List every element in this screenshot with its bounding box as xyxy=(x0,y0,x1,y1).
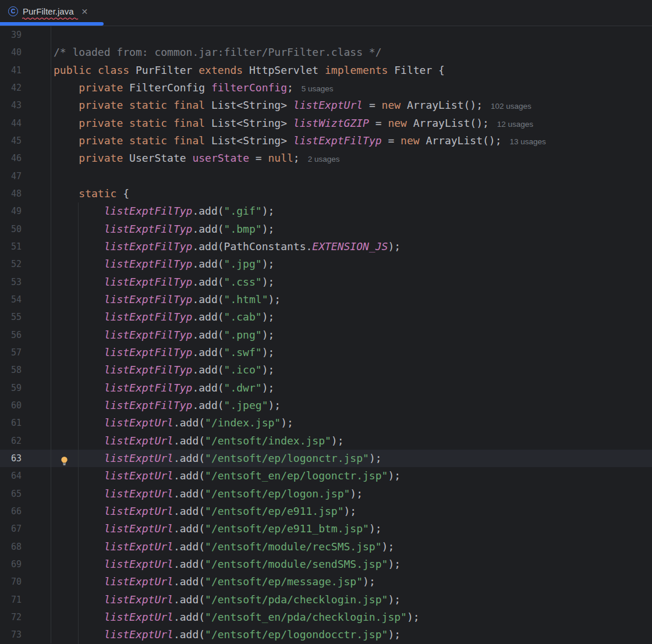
code-line[interactable]: 69 listExptUrl.add("/entsoft/module/send… xyxy=(0,556,652,573)
code-text[interactable]: private static final List<String> listEx… xyxy=(51,97,652,114)
code-text[interactable]: private FilterConfig filterConfig;5 usag… xyxy=(51,79,652,97)
line-number[interactable]: 57 xyxy=(0,344,51,361)
code-text[interactable]: listExptFilTyp.add(".dwr"); xyxy=(51,379,652,397)
line-number[interactable]: 67 xyxy=(0,520,51,538)
code-line[interactable]: 43 private static final List<String> lis… xyxy=(0,97,652,114)
code-text[interactable] xyxy=(51,168,652,185)
code-line[interactable]: 57 listExptFilTyp.add(".swf"); xyxy=(0,344,652,361)
code-line[interactable]: 49 listExptFilTyp.add(".gif"); xyxy=(0,202,652,220)
code-text[interactable]: private static final List<String> listEx… xyxy=(51,132,652,150)
code-text[interactable]: listExptFilTyp.add(".jpeg"); xyxy=(51,397,652,414)
line-number[interactable]: 58 xyxy=(0,361,51,379)
code-line[interactable]: 44 private static final List<String> lis… xyxy=(0,115,652,132)
code-line[interactable]: 51 listExptFilTyp.add(PathConstants.EXTE… xyxy=(0,238,652,255)
code-text[interactable]: listExptUrl.add("/index.jsp"); xyxy=(51,414,652,432)
line-number[interactable]: 45 xyxy=(0,132,51,150)
code-line[interactable]: 47 xyxy=(0,168,652,185)
line-number[interactable]: 63 xyxy=(0,450,51,467)
code-line[interactable]: 48 static { xyxy=(0,185,652,202)
code-line[interactable]: 42 private FilterConfig filterConfig;5 u… xyxy=(0,79,652,97)
code-line[interactable]: 56 listExptFilTyp.add(".png"); xyxy=(0,326,652,344)
line-number[interactable]: 68 xyxy=(0,538,51,556)
code-line[interactable]: 67 listExptUrl.add("/entsoft/ep/e911_btm… xyxy=(0,520,652,538)
usages-inlay-hint[interactable]: 13 usages xyxy=(509,137,545,146)
line-number[interactable]: 49 xyxy=(0,202,51,220)
line-number[interactable]: 70 xyxy=(0,573,51,590)
line-number[interactable]: 44 xyxy=(0,115,51,132)
line-number[interactable]: 53 xyxy=(0,273,51,291)
code-text[interactable]: listExptUrl.add("/entsoft/module/sendSMS… xyxy=(51,556,652,573)
usages-inlay-hint[interactable]: 5 usages xyxy=(302,84,334,93)
line-number[interactable]: 71 xyxy=(0,591,51,609)
line-number[interactable]: 54 xyxy=(0,291,51,308)
code-text[interactable]: listExptFilTyp.add(".html"); xyxy=(51,291,652,308)
line-number[interactable]: 66 xyxy=(0,503,51,520)
line-number[interactable]: 48 xyxy=(0,185,51,202)
line-number[interactable]: 52 xyxy=(0,255,51,273)
usages-inlay-hint[interactable]: 102 usages xyxy=(491,102,531,111)
code-line[interactable]: 46 private UserState userState = null;2 … xyxy=(0,150,652,167)
line-number[interactable]: 65 xyxy=(0,485,51,503)
usages-inlay-hint[interactable]: 12 usages xyxy=(497,120,533,129)
line-number[interactable]: 51 xyxy=(0,238,51,255)
code-text[interactable]: listExptFilTyp.add(".png"); xyxy=(51,326,652,344)
line-number[interactable]: 72 xyxy=(0,609,51,626)
code-line[interactable]: 71 listExptUrl.add("/entsoft/pda/checklo… xyxy=(0,591,652,609)
code-line[interactable]: 40/* loaded from: common.jar:filter/PurF… xyxy=(0,44,652,61)
line-number[interactable]: 47 xyxy=(0,168,51,185)
code-line[interactable]: 45 private static final List<String> lis… xyxy=(0,132,652,150)
code-line[interactable]: 66 listExptUrl.add("/entsoft/ep/e911.jsp… xyxy=(0,503,652,520)
code-line[interactable]: 68 listExptUrl.add("/entsoft/module/recS… xyxy=(0,538,652,556)
code-line[interactable]: 70 listExptUrl.add("/entsoft/ep/message.… xyxy=(0,573,652,590)
line-number[interactable]: 41 xyxy=(0,62,51,79)
tab-purfilter-java[interactable]: C PurFilter.java ✕ xyxy=(0,0,96,23)
code-editor[interactable]: 3940/* loaded from: common.jar:filter/Pu… xyxy=(0,26,652,644)
tab-close-icon[interactable]: ✕ xyxy=(82,8,88,16)
line-number[interactable]: 62 xyxy=(0,432,51,450)
code-text[interactable]: private UserState userState = null;2 usa… xyxy=(51,150,652,167)
line-number[interactable]: 39 xyxy=(0,26,51,44)
code-text[interactable]: listExptUrl.add("/entsoft/index.jsp"); xyxy=(51,432,652,450)
line-number[interactable]: 60 xyxy=(0,397,51,414)
code-text[interactable]: listExptUrl.add("/entsoft/ep/logonctr.js… xyxy=(51,450,652,467)
code-line[interactable]: 60 listExptFilTyp.add(".jpeg"); xyxy=(0,397,652,414)
code-text[interactable]: listExptUrl.add("/entsoft/ep/message.jsp… xyxy=(51,573,652,590)
code-line[interactable]: 64 listExptUrl.add("/entsoft_en/ep/logon… xyxy=(0,467,652,485)
line-number[interactable]: 73 xyxy=(0,626,51,643)
code-text[interactable]: private static final List<String> listWi… xyxy=(51,115,652,132)
code-line[interactable]: 65 listExptUrl.add("/entsoft/ep/logon.js… xyxy=(0,485,652,503)
code-line[interactable]: 73 listExptUrl.add("/entsoft/ep/logondoc… xyxy=(0,626,652,643)
code-text[interactable]: listExptUrl.add("/entsoft/ep/logon.jsp")… xyxy=(51,485,652,503)
code-text[interactable]: listExptUrl.add("/entsoft/module/recSMS.… xyxy=(51,538,652,556)
code-text[interactable]: listExptUrl.add("/entsoft/ep/e911.jsp"); xyxy=(51,503,652,520)
line-number[interactable]: 59 xyxy=(0,379,51,397)
code-text[interactable]: public class PurFilter extends HttpServl… xyxy=(51,62,652,79)
code-text[interactable]: listExptUrl.add("/entsoft/ep/e911_btm.js… xyxy=(51,520,652,538)
code-text[interactable]: listExptFilTyp.add(".cab"); xyxy=(51,308,652,326)
line-number[interactable]: 43 xyxy=(0,97,51,114)
code-line[interactable]: 52 listExptFilTyp.add(".jpg"); xyxy=(0,255,652,273)
code-line[interactable]: 62 listExptUrl.add("/entsoft/index.jsp")… xyxy=(0,432,652,450)
line-number[interactable]: 56 xyxy=(0,326,51,344)
code-text[interactable]: listExptUrl.add("/entsoft/ep/logondocctr… xyxy=(51,626,652,643)
code-text[interactable]: listExptFilTyp.add(".ico"); xyxy=(51,361,652,379)
code-text[interactable]: listExptUrl.add("/entsoft/pda/checklogin… xyxy=(51,591,652,609)
intention-lightbulb-icon[interactable] xyxy=(60,454,69,463)
code-text[interactable]: listExptFilTyp.add(".bmp"); xyxy=(51,220,652,238)
code-text[interactable] xyxy=(51,26,652,44)
code-line[interactable]: 72 listExptUrl.add("/entsoft_en/pda/chec… xyxy=(0,609,652,626)
code-line[interactable]: 41public class PurFilter extends HttpSer… xyxy=(0,62,652,79)
line-number[interactable]: 64 xyxy=(0,467,51,485)
code-text[interactable]: listExptUrl.add("/entsoft_en/pda/checklo… xyxy=(51,609,652,626)
line-number[interactable]: 40 xyxy=(0,44,51,61)
code-line[interactable]: 53 listExptFilTyp.add(".css"); xyxy=(0,273,652,291)
code-text[interactable]: static { xyxy=(51,185,652,202)
code-line-active[interactable]: 63 listExptUrl.add("/entsoft/ep/logonctr… xyxy=(0,450,652,467)
code-text[interactable]: listExptUrl.add("/entsoft_en/ep/logonctr… xyxy=(51,467,652,485)
line-number[interactable]: 61 xyxy=(0,414,51,432)
code-line[interactable]: 39 xyxy=(0,26,652,44)
line-number[interactable]: 46 xyxy=(0,150,51,167)
code-text[interactable]: listExptFilTyp.add(".gif"); xyxy=(51,202,652,220)
code-line[interactable]: 58 listExptFilTyp.add(".ico"); xyxy=(0,361,652,379)
code-text[interactable]: /* loaded from: common.jar:filter/PurFil… xyxy=(51,44,652,61)
